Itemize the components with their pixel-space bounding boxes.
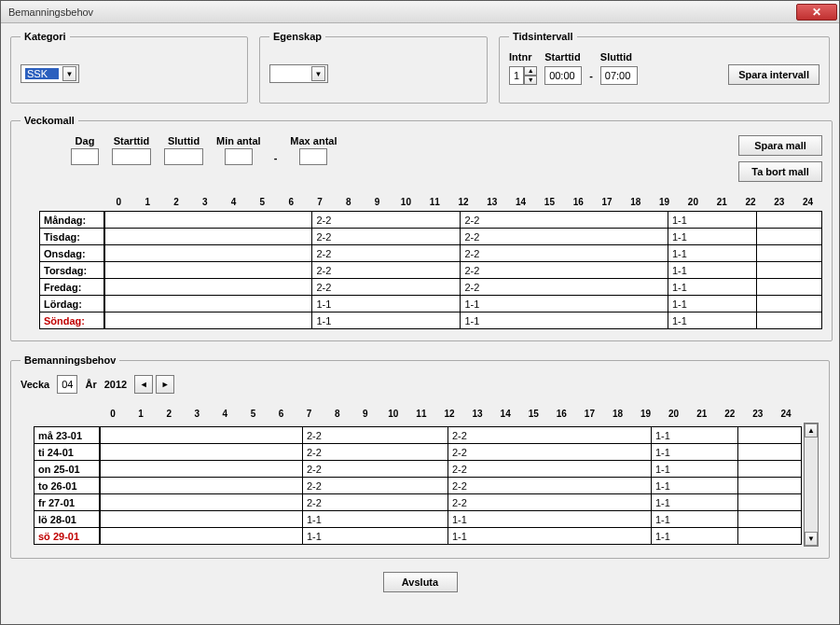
table-row[interactable]: to 26-012-22-21-1 [34,478,802,494]
close-dialog-button[interactable]: Avsluta [383,572,458,592]
segment-cell[interactable]: 1-1 [668,212,756,229]
bemann-table[interactable]: må 23-012-22-21-1ti 24-012-22-21-1on 25-… [34,426,802,545]
segment-cell[interactable]: 1-1 [668,296,756,312]
segment-cell[interactable]: 2-2 [303,444,448,461]
segment-cell[interactable]: 1-1 [652,461,738,478]
segment-cell[interactable]: 1-1 [461,296,668,312]
segment-cell[interactable] [104,262,311,279]
segment-cell[interactable]: 1-1 [652,528,738,545]
segment-cell[interactable]: 1-1 [652,478,738,494]
table-row[interactable]: Måndag:2-22-21-1 [40,212,822,229]
segment-cell[interactable]: 1-1 [448,511,652,528]
segment-cell[interactable]: 2-2 [448,461,652,478]
segment-cell[interactable]: 1-1 [303,511,448,528]
segment-cell[interactable]: 1-1 [312,312,461,329]
segment-cell[interactable]: 2-2 [461,229,668,245]
segment-cell[interactable] [757,296,822,312]
segment-cell[interactable]: 1-1 [668,279,756,296]
segment-cell[interactable]: 2-2 [312,229,461,245]
intnr-field[interactable]: 1 [509,66,524,85]
segment-cell[interactable]: 2-2 [448,427,652,444]
segment-cell[interactable] [738,494,802,511]
col-starttid-field[interactable] [112,148,151,165]
segment-cell[interactable] [757,279,822,296]
week-next-button[interactable]: ► [156,375,174,394]
delete-template-button[interactable]: Ta bort mall [738,161,822,182]
table-row[interactable]: lö 28-011-11-11-1 [34,511,802,528]
vecka-field[interactable]: 04 [57,375,77,394]
scroll-up-icon[interactable]: ▲ [805,424,818,438]
segment-cell[interactable] [100,494,303,511]
vertical-scrollbar[interactable]: ▲ ▼ [804,423,819,547]
segment-cell[interactable] [104,296,311,312]
table-row[interactable]: Söndag:1-11-11-1 [40,312,822,329]
segment-cell[interactable]: 2-2 [312,245,461,262]
starttid-field[interactable]: 00:00 [544,66,582,85]
intnr-spinner[interactable]: ▲ ▼ [524,66,537,85]
segment-cell[interactable]: 1-1 [652,511,738,528]
segment-cell[interactable]: 1-1 [652,444,738,461]
segment-cell[interactable]: 2-2 [461,212,668,229]
table-row[interactable]: Tisdag:2-22-21-1 [40,229,822,245]
segment-cell[interactable]: 1-1 [652,427,738,444]
segment-cell[interactable]: 2-2 [461,279,668,296]
segment-cell[interactable] [757,229,822,245]
segment-cell[interactable] [104,312,311,329]
segment-cell[interactable] [100,444,303,461]
segment-cell[interactable] [100,427,303,444]
save-template-button[interactable]: Spara mall [738,135,822,156]
segment-cell[interactable] [738,461,802,478]
segment-cell[interactable]: 1-1 [668,262,756,279]
col-dag-field[interactable] [71,148,99,165]
segment-cell[interactable] [757,262,822,279]
segment-cell[interactable]: 2-2 [448,494,652,511]
segment-cell[interactable]: 2-2 [303,478,448,494]
close-button[interactable]: ✕ [796,4,837,21]
table-row[interactable]: Onsdag:2-22-21-1 [40,245,822,262]
sluttid-field[interactable]: 07:00 [600,66,638,85]
segment-cell[interactable] [100,461,303,478]
spinner-down-icon[interactable]: ▼ [524,76,537,85]
segment-cell[interactable]: 2-2 [448,444,652,461]
segment-cell[interactable]: 2-2 [312,212,461,229]
segment-cell[interactable] [100,478,303,494]
spinner-up-icon[interactable]: ▲ [524,66,537,76]
kategori-select[interactable]: SSK ▼ [21,64,79,83]
segment-cell[interactable]: 1-1 [668,245,756,262]
col-sluttid-field[interactable] [164,148,203,165]
segment-cell[interactable]: 2-2 [461,245,668,262]
egenskap-select[interactable]: ▼ [269,64,328,83]
week-prev-button[interactable]: ◄ [134,375,153,394]
table-row[interactable]: må 23-012-22-21-1 [34,427,802,444]
scroll-down-icon[interactable]: ▼ [805,532,818,546]
segment-cell[interactable] [757,245,822,262]
table-row[interactable]: sö 29-011-11-11-1 [34,528,802,545]
segment-cell[interactable]: 1-1 [461,312,668,329]
segment-cell[interactable]: 2-2 [303,494,448,511]
segment-cell[interactable]: 1-1 [668,229,756,245]
table-row[interactable]: Fredag:2-22-21-1 [40,279,822,296]
segment-cell[interactable]: 1-1 [652,494,738,511]
segment-cell[interactable] [757,212,822,229]
segment-cell[interactable] [738,528,802,545]
segment-cell[interactable]: 2-2 [461,262,668,279]
segment-cell[interactable] [104,279,311,296]
segment-cell[interactable] [104,229,311,245]
segment-cell[interactable]: 2-2 [312,279,461,296]
table-row[interactable]: Torsdag:2-22-21-1 [40,262,822,279]
segment-cell[interactable] [738,427,802,444]
segment-cell[interactable] [100,528,303,545]
segment-cell[interactable]: 1-1 [312,296,461,312]
veckomall-table[interactable]: Måndag:2-22-21-1Tisdag:2-22-21-1Onsdag:2… [39,211,822,329]
save-interval-button[interactable]: Spara intervall [728,64,819,85]
segment-cell[interactable]: 1-1 [668,312,756,329]
segment-cell[interactable] [104,212,311,229]
table-row[interactable]: on 25-012-22-21-1 [34,461,802,478]
segment-cell[interactable]: 2-2 [312,262,461,279]
table-row[interactable]: fr 27-012-22-21-1 [34,494,802,511]
segment-cell[interactable]: 1-1 [448,528,652,545]
col-min-field[interactable] [225,148,253,165]
segment-cell[interactable] [738,478,802,494]
segment-cell[interactable] [104,245,311,262]
table-row[interactable]: Lördag:1-11-11-1 [40,296,822,312]
